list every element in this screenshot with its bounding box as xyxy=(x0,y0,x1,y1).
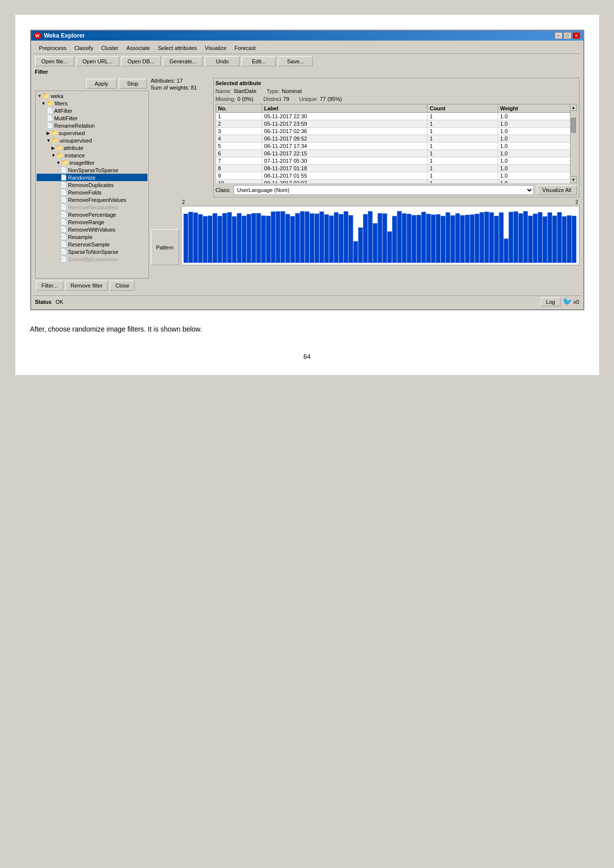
scroll-up-arrow[interactable]: ▲ xyxy=(570,104,577,111)
table-scrollbar[interactable]: ▲ ▼ xyxy=(570,104,577,183)
svg-rect-72 xyxy=(533,214,537,263)
svg-rect-43 xyxy=(392,216,397,263)
file-icon-reclassified: 📄 xyxy=(60,204,67,210)
open-db-button[interactable]: Open DB... xyxy=(121,56,161,66)
status-section: Status xyxy=(35,299,52,305)
menu-cluster[interactable]: Cluster xyxy=(97,44,123,52)
open-file-button[interactable]: Open file... xyxy=(35,56,74,66)
name-label: Name: xyxy=(216,88,232,94)
menu-forecast[interactable]: Forecast xyxy=(231,44,260,52)
tree-node-removeduplicates[interactable]: 📄 RemoveDuplicates xyxy=(37,181,147,189)
tree-node-multifilter[interactable]: 📄 MultiFilter xyxy=(37,114,147,122)
svg-rect-61 xyxy=(479,212,484,263)
tree-node-filters[interactable]: ▼ 📁 filters xyxy=(37,99,147,107)
tree-node-randomize[interactable]: 📄 Randomize xyxy=(37,174,147,181)
svg-rect-1 xyxy=(189,212,193,263)
tree-node-instance[interactable]: ▼ 📁 instance xyxy=(37,151,147,159)
svg-rect-16 xyxy=(261,216,266,263)
pattern-button[interactable]: Pattern xyxy=(151,229,179,265)
svg-rect-76 xyxy=(552,216,557,263)
filter-label: Filter xyxy=(33,68,581,76)
tree-node-resample[interactable]: 📄 Resample xyxy=(37,233,147,241)
svg-rect-15 xyxy=(256,213,261,263)
attribute-table: No. Label Count Weight 105-11-2017 22:30… xyxy=(216,104,577,183)
tree-node-removefolds[interactable]: 📄 RemoveFolds xyxy=(37,189,147,196)
attr-unique-item: Unique: 77 (95%) xyxy=(299,96,342,102)
save-button[interactable]: Save... xyxy=(278,56,313,66)
unique-value: 77 (95%) xyxy=(320,96,342,102)
tree-node-sparsetononsparse[interactable]: 📄 SparseToNonSparse xyxy=(37,248,147,255)
tree-node-supervised[interactable]: ▶ 📁 supervised xyxy=(37,129,147,137)
visualize-all-button[interactable]: Visualize All xyxy=(537,185,577,195)
open-url-button[interactable]: Open URL... xyxy=(76,56,119,66)
chart-val-left: 2 xyxy=(182,199,185,205)
menu-associate[interactable]: Associate xyxy=(123,44,154,52)
svg-rect-71 xyxy=(528,216,532,263)
svg-rect-63 xyxy=(489,212,494,263)
bird-icon: 🐦 xyxy=(563,297,572,306)
tree-node-renamerelation[interactable]: 📄 RenameRelation xyxy=(37,122,147,129)
close-filter-button[interactable]: Close xyxy=(110,281,135,290)
svg-rect-37 xyxy=(363,214,368,263)
tree-node-reservoirsample[interactable]: 📄 ReservoirSample xyxy=(37,241,147,248)
svg-rect-49 xyxy=(422,212,426,263)
generate-button[interactable]: Generate... xyxy=(163,56,203,66)
tree-node-removerange[interactable]: 📄 RemoveRange xyxy=(37,218,147,226)
log-button[interactable]: Log xyxy=(541,297,561,306)
svg-rect-67 xyxy=(509,212,513,263)
tree-node-unsupervised[interactable]: ▼ 📁 unsupervised xyxy=(37,137,147,144)
menu-visualize[interactable]: Visualize xyxy=(201,44,231,52)
triangle-down-icon-unsup: ▼ xyxy=(47,138,51,143)
tree-root[interactable]: ▼ 📁 weka xyxy=(37,92,147,99)
tree-node-nonsparsetosparse[interactable]: 📄 NonSparseToSparse xyxy=(37,166,147,174)
file-icon-removewith: 📄 xyxy=(60,226,67,233)
svg-rect-18 xyxy=(271,212,276,263)
file-icon-subset: 📄 xyxy=(60,256,67,262)
svg-rect-68 xyxy=(514,211,518,263)
bar-chart: // Will be generated via JS below xyxy=(181,206,579,265)
edit-button[interactable]: Edit... xyxy=(241,56,276,66)
tree-node-imagefilter[interactable]: ▼ 📁 imagefilter xyxy=(37,159,147,166)
tree-node-subsetbyexpr: 📄 SubsetByExpression xyxy=(37,255,147,263)
remove-filter-button[interactable]: Remove filter xyxy=(65,281,108,290)
filter-button[interactable]: Filter... xyxy=(36,281,63,290)
menu-preprocess[interactable]: Preprocess xyxy=(35,44,71,52)
folder-icon-attribute: 📁 xyxy=(56,145,63,151)
minimize-button[interactable]: − xyxy=(555,32,563,39)
main-area: Apply Stop ▼ 📁 weka ▼ xyxy=(33,76,581,294)
right-panel: Attributes: 17 Sum of weights: 81 Select… xyxy=(151,78,579,292)
table-row: 306-11-2017 02:3611.0 xyxy=(216,128,576,135)
col-count: Count xyxy=(427,104,498,113)
svg-rect-38 xyxy=(368,211,373,263)
menu-classify[interactable]: Classify xyxy=(70,44,97,52)
scroll-thumb[interactable] xyxy=(571,118,576,133)
close-button[interactable]: ✕ xyxy=(572,32,580,39)
file-icon-randomize: 📄 xyxy=(60,174,67,181)
svg-rect-62 xyxy=(484,212,489,263)
tree-node-removepercentage[interactable]: 📄 RemovePercentage xyxy=(37,211,147,218)
svg-rect-2 xyxy=(193,212,198,263)
type-value: Nominal xyxy=(282,88,301,94)
maximize-button[interactable]: □ xyxy=(564,32,571,39)
svg-rect-66 xyxy=(504,239,508,263)
stop-button[interactable]: Stop xyxy=(119,79,147,89)
apply-button[interactable]: Apply xyxy=(86,79,117,89)
undo-button[interactable]: Undo xyxy=(205,56,239,66)
tree-node-removefrequent[interactable]: 📄 RemoveFrequentValues xyxy=(37,196,147,203)
tree-node-removewithvalues[interactable]: 📄 RemoveWithValues xyxy=(37,226,147,233)
class-select[interactable]: UserLanguage (Nom) xyxy=(234,185,534,195)
svg-rect-42 xyxy=(387,232,392,263)
page-number: 64 xyxy=(30,353,584,360)
tree-node-allfilter[interactable]: 📄 AllFilter xyxy=(37,107,147,114)
svg-rect-6 xyxy=(213,213,217,263)
svg-rect-19 xyxy=(276,211,280,263)
tree-node-attribute[interactable]: ▶ 📁 attribute xyxy=(37,144,147,151)
name-value: StartDate xyxy=(234,88,256,94)
svg-rect-75 xyxy=(548,212,552,263)
svg-rect-80 xyxy=(572,216,576,263)
file-icon-removedup: 📄 xyxy=(60,182,67,188)
menu-select-attributes[interactable]: Select attributes xyxy=(154,44,201,52)
scroll-down-arrow[interactable]: ▼ xyxy=(570,176,577,183)
file-icon-sparsetonon: 📄 xyxy=(60,248,67,255)
col-no: No. xyxy=(216,104,262,113)
